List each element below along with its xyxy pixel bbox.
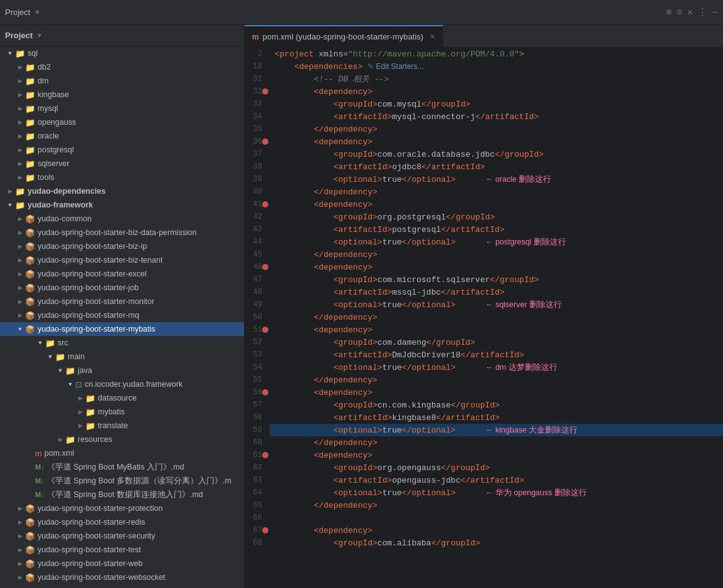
sidebar-item-package[interactable]: ▼ ⊡ cn.iocoder.yudao.framework bbox=[0, 377, 244, 391]
sidebar-item-mybatis[interactable]: ▼ 📦 yudao-spring-boot-starter-mybatis bbox=[0, 322, 244, 336]
chevron-icon: ▶ bbox=[15, 78, 25, 84]
table-row: 49 <optional>true</optional> ← sqlserver… bbox=[245, 298, 723, 311]
add-icon[interactable]: ⊕ bbox=[666, 6, 672, 18]
project-label[interactable]: Project bbox=[5, 8, 30, 17]
line-number: 41 bbox=[245, 198, 270, 211]
line-number: 47 bbox=[245, 273, 270, 286]
sidebar-item-security[interactable]: ▶ 📦 yudao-spring-boot-starter-security bbox=[0, 529, 244, 543]
chevron-down-icon[interactable]: ▼ bbox=[34, 9, 40, 16]
sidebar-item-oracle[interactable]: ▶ 📁 oracle bbox=[0, 129, 244, 143]
sidebar-item-framework-pom[interactable]: ▶ m pom.xml bbox=[0, 584, 244, 588]
sidebar-item-label: yudao-spring-boot-starter-biz-ip bbox=[38, 242, 147, 251]
sidebar-item-label: translate bbox=[98, 421, 128, 430]
sidebar-item-label: yudao-spring-boot-starter-redis bbox=[38, 518, 145, 527]
annotation-sqlserver: ← sqlserver 删除这行 bbox=[475, 300, 562, 309]
sidebar-item-md3[interactable]: ▶ M↓ 《芋道 Spring Boot 数据库连接池入门》.md bbox=[0, 488, 244, 501]
sidebar-item-mybatis-folder[interactable]: ▶ 📁 mybatis bbox=[0, 405, 244, 419]
sidebar-item-yudao-common[interactable]: ▶ 📦 yudao-common bbox=[0, 212, 244, 226]
sidebar-item-mq[interactable]: ▶ 📦 yudao-spring-boot-starter-mq bbox=[0, 308, 244, 322]
sidebar-scroll[interactable]: ▼ 📁 sql ▶ 📁 db2 ▶ 📁 dm ▶ 📁 kingbase bbox=[0, 46, 244, 588]
sidebar-item-web[interactable]: ▶ 📦 yudao-spring-boot-starter-web bbox=[0, 557, 244, 570]
table-row: 44 <optional>true</optional> ← postgresq… bbox=[245, 236, 723, 248]
minimize-icon[interactable]: — bbox=[712, 7, 718, 18]
table-row: 56 <dependency> bbox=[245, 386, 723, 399]
tab-close-button[interactable]: ✕ bbox=[430, 33, 435, 41]
sidebar-item-biz-data-permission[interactable]: ▶ 📦 yudao-spring-boot-starter-biz-data-p… bbox=[0, 226, 244, 239]
sidebar-item-sql[interactable]: ▼ 📁 sql bbox=[0, 46, 244, 60]
line-code: <artifactId>kingbase8</artifactId> bbox=[270, 411, 723, 424]
sidebar-item-label: yudao-spring-boot-starter-test bbox=[38, 545, 141, 554]
table-row: 60 </dependency> bbox=[245, 436, 723, 449]
sidebar-item-src[interactable]: ▼ 📁 src bbox=[0, 336, 244, 350]
sidebar-item-tools[interactable]: ▶ 📁 tools bbox=[0, 171, 244, 184]
menu-icon[interactable]: ⋮ bbox=[698, 6, 707, 18]
chevron-icon: ▶ bbox=[15, 119, 25, 125]
line-number: 18 bbox=[245, 60, 270, 73]
chevron-icon: ▶ bbox=[15, 519, 25, 525]
module-icon: 📦 bbox=[25, 311, 35, 320]
sidebar-item-redis[interactable]: ▶ 📦 yudao-spring-boot-starter-redis bbox=[0, 515, 244, 529]
sidebar-item-sqlserver[interactable]: ▶ 📁 sqlserver bbox=[0, 157, 244, 171]
close-icon[interactable]: ✕ bbox=[687, 6, 693, 18]
table-row: 46 <dependency> bbox=[245, 261, 723, 273]
sidebar-item-translate[interactable]: ▶ 📁 translate bbox=[0, 419, 244, 433]
sidebar-item-pom-xml[interactable]: ▶ m pom.xml bbox=[0, 446, 244, 460]
line-number: 62 bbox=[245, 461, 270, 474]
line-code: <artifactId>mysql-connector-j</artifactI… bbox=[270, 110, 723, 123]
sidebar-item-resources[interactable]: ▶ 📁 resources bbox=[0, 433, 244, 446]
annotation-oracle: ← oracle 删除这行 bbox=[475, 175, 552, 184]
chevron-icon: ▶ bbox=[15, 133, 25, 139]
line-number: 40 bbox=[245, 186, 270, 198]
sidebar-item-test[interactable]: ▶ 📦 yudao-spring-boot-starter-test bbox=[0, 543, 244, 557]
sidebar-item-main[interactable]: ▼ 📁 main bbox=[0, 350, 244, 364]
sidebar-item-dm[interactable]: ▶ 📁 dm bbox=[0, 74, 244, 88]
sidebar-item-websocket[interactable]: ▶ 📦 yudao-spring-boot-starter-websocket bbox=[0, 570, 244, 584]
line-number: 31 bbox=[245, 73, 270, 85]
sidebar-item-opengauss[interactable]: ▶ 📁 opengauss bbox=[0, 115, 244, 129]
sidebar-item-biz-ip[interactable]: ▶ 📦 yudao-spring-boot-starter-biz-ip bbox=[0, 239, 244, 253]
folder-icon: 📁 bbox=[25, 145, 35, 155]
sidebar-item-mysql[interactable]: ▶ 📁 mysql bbox=[0, 102, 244, 115]
editor-tabs: m pom.xml (yudao-spring-boot-starter-myb… bbox=[245, 25, 723, 48]
editor-content[interactable]: 2 <project xmlns="http://maven.apache.or… bbox=[245, 48, 723, 588]
sidebar-item-yudao-framework[interactable]: ▼ 📁 yudao-framework bbox=[0, 198, 244, 212]
sidebar-item-excel[interactable]: ▶ 📦 yudao-spring-boot-starter-excel bbox=[0, 267, 244, 281]
line-code: <artifactId>opengauss-jdbc</artifactId> bbox=[270, 474, 723, 486]
sidebar-item-label: resources bbox=[78, 435, 112, 444]
sidebar-item-label: 《芋道 Spring Boot 多数据源（读写分离）入门》.m bbox=[47, 476, 231, 486]
editor-tab-pom[interactable]: m pom.xml (yudao-spring-boot-starter-myb… bbox=[245, 25, 443, 48]
line-number: 39 bbox=[245, 173, 270, 186]
sidebar-item-java[interactable]: ▼ 📁 java bbox=[0, 364, 244, 377]
line-code: <artifactId>ojdbc8</artifactId> bbox=[270, 160, 723, 173]
sidebar-item-yudao-dependencies[interactable]: ▶ 📁 yudao-dependencies bbox=[0, 184, 244, 198]
sidebar-item-protection[interactable]: ▶ 📦 yudao-spring-boot-starter-protection bbox=[0, 501, 244, 515]
line-number: 51 bbox=[245, 323, 270, 336]
sidebar-item-biz-tenant[interactable]: ▶ 📦 yudao-spring-boot-starter-biz-tenant bbox=[0, 253, 244, 267]
table-row: 45 </dependency> bbox=[245, 248, 723, 261]
sidebar-item-datasource[interactable]: ▶ 📁 datasource bbox=[0, 391, 244, 405]
line-number: 52 bbox=[245, 336, 270, 349]
refresh-icon[interactable]: ⊙ bbox=[677, 6, 682, 18]
chevron-icon: ▶ bbox=[75, 409, 85, 415]
line-code: <optional>true</optional> ← sqlserver 删除… bbox=[270, 298, 723, 311]
sidebar-item-label: mybatis bbox=[98, 407, 125, 416]
chevron-icon: ▶ bbox=[15, 64, 25, 70]
sidebar-item-monitor[interactable]: ▶ 📦 yudao-spring-boot-starter-monitor bbox=[0, 295, 244, 308]
sidebar-chevron-icon[interactable]: ▼ bbox=[36, 32, 43, 39]
folder-icon: 📁 bbox=[55, 352, 65, 362]
line-number: 50 bbox=[245, 311, 270, 323]
line-number: 32 bbox=[245, 85, 270, 98]
title-bar: Project ▼ ⊕ ⊙ ✕ ⋮ — bbox=[0, 0, 723, 25]
sidebar-item-job[interactable]: ▶ 📦 yudao-spring-boot-starter-job bbox=[0, 281, 244, 295]
sidebar-item-db2[interactable]: ▶ 📁 db2 bbox=[0, 60, 244, 74]
edit-starters-link[interactable]: Edit Starters... bbox=[376, 62, 424, 71]
line-code: <groupId>org.opengauss</groupId> bbox=[270, 461, 723, 474]
sidebar-item-label: yudao-framework bbox=[28, 201, 93, 209]
sidebar-item-md2[interactable]: ▶ M↓ 《芋道 Spring Boot 多数据源（读写分离）入门》.m bbox=[0, 474, 244, 488]
sidebar-item-md1[interactable]: ▶ M↓ 《芋道 Spring Boot MyBatis 入门》.md bbox=[0, 460, 244, 474]
sidebar-title: Project bbox=[5, 31, 33, 40]
sidebar-item-postgresql[interactable]: ▶ 📁 postgresql bbox=[0, 143, 244, 157]
line-number: 33 bbox=[245, 98, 270, 110]
table-row: 18 <dependencies> ✎ Edit Starters... bbox=[245, 60, 723, 73]
sidebar-item-kingbase[interactable]: ▶ 📁 kingbase bbox=[0, 88, 244, 102]
